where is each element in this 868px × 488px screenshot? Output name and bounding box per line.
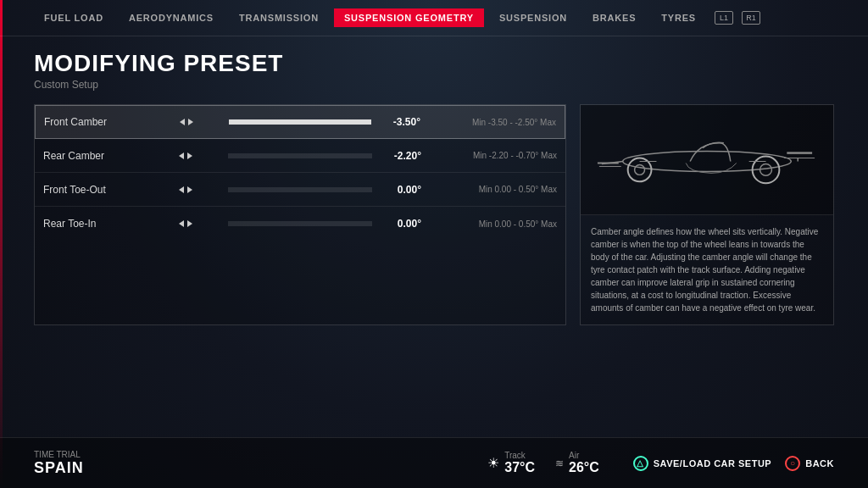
rear-camber-range: Min -2.20 - -0.70° Max: [421, 151, 557, 160]
sun-icon: ☀: [487, 455, 499, 471]
circle-icon: ○: [785, 456, 800, 471]
car-image-area: [581, 105, 833, 215]
page-title: MODIFYING PRESET: [34, 50, 834, 77]
row-label-rear-toe-in: Rear Toe-In: [43, 218, 179, 230]
info-panel: Camber angle defines how the wheel sits …: [580, 104, 834, 325]
nav-bar: FUEL LOAD AERODYNAMICS TRANSMISSION SUSP…: [0, 0, 868, 36]
svg-point-8: [635, 164, 645, 175]
nav-item-suspension[interactable]: SUSPENSION: [489, 8, 577, 27]
table-row[interactable]: Rear Camber -2.20° Min -2.20 - -0.70° Ma…: [35, 139, 565, 173]
save-load-label: SAVE/LOAD CAR SETUP: [654, 458, 771, 469]
wind-icon: ≋: [555, 458, 564, 469]
track-label: Track: [504, 451, 535, 460]
front-toe-bar: [228, 187, 372, 192]
air-label: Air: [569, 451, 599, 460]
car-diagram: [589, 114, 825, 206]
increment-rear-toe-icon[interactable]: [187, 220, 192, 227]
nav-item-aerodynamics[interactable]: AERODYNAMICS: [119, 8, 224, 27]
rear-toe-value: 0.00°: [379, 218, 421, 230]
table-row[interactable]: Front Camber -3.50° Min -3.50 - -2.50° M…: [35, 105, 565, 139]
back-button[interactable]: ○ BACK: [785, 456, 834, 471]
session-location: SPAIN: [34, 459, 487, 477]
r1-badge[interactable]: R1: [742, 11, 760, 25]
air-temp-block: Air 26°C: [569, 451, 599, 475]
nav-item-brakes[interactable]: BRAKES: [582, 8, 646, 27]
decrement-front-camber-icon[interactable]: [180, 119, 185, 125]
row-controls-front-camber: [180, 119, 222, 125]
weather-info: ☀ Track 37°C ≋ Air 26°C: [487, 451, 599, 475]
decrement-front-toe-icon[interactable]: [179, 186, 184, 193]
front-camber-value: -3.50°: [378, 116, 420, 128]
nav-item-transmission[interactable]: TRANSMISSION: [229, 8, 329, 27]
triangle-icon: △: [633, 456, 648, 471]
decrement-rear-camber-icon[interactable]: [179, 152, 184, 159]
increment-front-camber-icon[interactable]: [188, 119, 193, 125]
table-row[interactable]: Front Toe-Out 0.00° Min 0.00 - 0.50° Max: [35, 173, 565, 207]
rear-camber-value: -2.20°: [379, 150, 421, 162]
nav-item-fuel-load[interactable]: FUEL LOAD: [34, 8, 114, 27]
increment-front-toe-icon[interactable]: [187, 186, 192, 193]
track-temp-value: 37°C: [504, 460, 535, 475]
row-controls-rear-camber: [179, 152, 221, 159]
action-buttons: △ SAVE/LOAD CAR SETUP ○ BACK: [633, 456, 834, 471]
row-label-front-camber: Front Camber: [44, 116, 180, 128]
rear-camber-bar: [228, 153, 372, 158]
track-temp-item: ☀ Track 37°C: [487, 451, 535, 475]
row-controls-rear-toe-in: [179, 220, 221, 227]
session-type: Time Trial: [34, 450, 487, 459]
settings-panel: Front Camber -3.50° Min -3.50 - -2.50° M…: [34, 104, 566, 325]
page-header: MODIFYING PRESET Custom Setup: [0, 36, 868, 97]
front-camber-range: Min -3.50 - -2.50° Max: [420, 118, 556, 127]
row-controls-front-toe-out: [179, 186, 221, 193]
row-label-rear-camber: Rear Camber: [43, 150, 179, 162]
table-row[interactable]: Rear Toe-In 0.00° Min 0.00 - 0.50° Max: [35, 207, 565, 241]
session-info: Time Trial SPAIN: [34, 450, 487, 477]
info-description: Camber angle defines how the wheel sits …: [581, 215, 833, 324]
save-load-button[interactable]: △ SAVE/LOAD CAR SETUP: [633, 456, 771, 471]
row-label-front-toe-out: Front Toe-Out: [43, 184, 179, 196]
track-temp-block: Track 37°C: [504, 451, 535, 475]
l1-badge[interactable]: L1: [715, 11, 733, 25]
air-temp-value: 26°C: [569, 460, 599, 475]
back-label: BACK: [805, 458, 834, 469]
rear-toe-range: Min 0.00 - 0.50° Max: [421, 219, 557, 229]
air-temp-item: ≋ Air 26°C: [555, 451, 599, 475]
front-camber-bar: [229, 119, 371, 125]
front-toe-range: Min 0.00 - 0.50° Max: [421, 185, 557, 194]
front-camber-bar-fill: [229, 119, 371, 125]
front-toe-value: 0.00°: [379, 184, 421, 196]
status-bar: Time Trial SPAIN ☀ Track 37°C ≋ Air 26°C…: [0, 437, 868, 488]
rear-toe-bar: [228, 221, 372, 226]
main-content: Front Camber -3.50° Min -3.50 - -2.50° M…: [0, 97, 868, 332]
page-subtitle: Custom Setup: [34, 79, 834, 91]
nav-item-tyres[interactable]: TYRES: [651, 8, 706, 27]
nav-item-suspension-geometry[interactable]: SUSPENSION GEOMETRY: [334, 8, 484, 27]
svg-point-10: [760, 164, 772, 175]
increment-rear-camber-icon[interactable]: [187, 152, 192, 159]
decrement-rear-toe-icon[interactable]: [179, 220, 184, 227]
